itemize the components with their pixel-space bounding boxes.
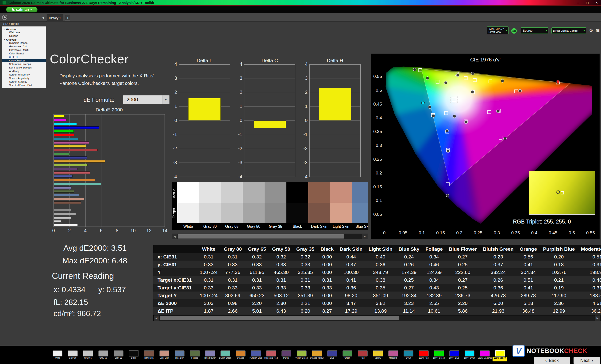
patch-button-blue-sky[interactable]: Blue Sky [172, 350, 187, 361]
patch-button-100-cyan[interactable]: 100% Cyan [462, 350, 477, 361]
patch-button-yellow-green[interactable]: Yellow Green [294, 350, 309, 361]
tab-history-1[interactable]: History 1 [47, 14, 63, 22]
sidebar-item-color-gamut[interactable]: Color Gamut [2, 52, 46, 55]
patch-button-moderate-red[interactable]: Moderate Red [263, 350, 279, 361]
sidebar-collapse-button[interactable]: ◀ [40, 15, 45, 20]
gridline [244, 78, 295, 79]
axis-tick-label: -3 [238, 160, 242, 165]
sidebar-item-colorchecker[interactable]: ColorChecker [2, 59, 46, 62]
sidebar-item-3d-lut[interactable]: 3D LUT [2, 55, 46, 59]
sidebar-item-grayscale-2pt[interactable]: Grayscale - 2pt [2, 45, 46, 48]
table-row: y: CIE310.330.330.330.330.330.000.370.36… [153, 260, 601, 268]
patch-button-yellow[interactable]: Yellow [370, 350, 385, 361]
sidebar-item-additivity[interactable]: Additivity [2, 69, 46, 73]
table-scrollbar[interactable]: ◀ ▶ [153, 315, 601, 321]
patch-button-gray-80[interactable]: Gray 80 [65, 350, 80, 361]
patch-button-purplish-blue[interactable]: Purplish Blue [248, 350, 263, 361]
scroll-right-icon[interactable]: ▶ [595, 316, 600, 321]
sidebar-item-grayscale-multi[interactable]: Grayscale - Multi [2, 48, 46, 52]
patch-button-black[interactable]: Black [126, 350, 141, 361]
monitor-icon[interactable]: ▣ [595, 28, 601, 33]
max-de2000: Max dE2000: 6.48 [62, 256, 127, 265]
sidebar-group-welcome[interactable]: ▾Welcome [2, 27, 46, 31]
table-cell: 0.33 [293, 284, 317, 292]
add-tab-button[interactable]: + [65, 15, 70, 21]
patch-button-gray-65[interactable]: Gray 65 [80, 350, 96, 361]
maximize-button[interactable]: □ [586, 1, 589, 5]
table-cell: 0.31 [578, 284, 601, 292]
delta_l-bar [188, 98, 221, 121]
table-scroll-thumb[interactable] [160, 316, 399, 320]
de-formula-select[interactable]: 2000 ▾ [123, 95, 170, 104]
sidebar-item-saturation-sweeps[interactable]: Saturation Sweeps [2, 62, 46, 66]
plot-dl-yticks: 43210-1-2-3-4 [169, 64, 177, 177]
strip-scroll-thumb[interactable] [178, 234, 344, 239]
scroll-right-icon[interactable]: ▶ [362, 234, 368, 239]
sidebar-item-welcome[interactable]: Welcome [2, 31, 46, 34]
title-bar[interactable]: Calman 2025 Calman Ultimate for Business… [0, 0, 601, 5]
display-control-dropdown[interactable]: Direct Display Control ▾ [551, 28, 586, 34]
patch-button-magenta[interactable]: Magenta [385, 350, 401, 361]
patch-button-bluish-green[interactable]: Bluish Green [218, 350, 233, 361]
cie-measured-marker [556, 80, 560, 83]
table-cell: 0.33 [293, 260, 317, 268]
sidebar-item-options[interactable]: Options [2, 34, 46, 38]
strip-swatch-blue-sky[interactable]: Blue Sky [352, 182, 368, 230]
patch-button-100-green[interactable]: 100% Green [431, 350, 447, 361]
strip-swatch-black[interactable]: Black [286, 182, 308, 230]
patch-button-100-red[interactable]: 100% Red [416, 350, 431, 361]
source-dropdown[interactable]: Source ▾ [521, 28, 548, 34]
scroll-left-icon[interactable]: ◀ [172, 234, 178, 239]
strip-swatch-gray-80[interactable]: Gray 80 [199, 182, 221, 230]
table-header-cell: Blue Sky [396, 245, 422, 253]
sidebar-item-luminance-sweeps[interactable]: Luminance Sweeps [2, 66, 46, 69]
sidebar-item-dynamic-range[interactable]: Dynamic Range [2, 41, 46, 45]
table-cell: 0.32 [269, 253, 293, 260]
patch-button-light-skin[interactable]: Light Skin [157, 350, 172, 361]
strip-swatch-dark-skin[interactable]: Dark Skin [308, 182, 330, 230]
patch-button-white[interactable]: White [50, 350, 65, 361]
patch-button-100-blue[interactable]: 100% Blue [447, 350, 462, 361]
patch-button-orange-yellow[interactable]: Orange Yellow [309, 350, 324, 361]
sidebar-group-analysis[interactable]: ▾Analysis [2, 38, 46, 41]
patch-button-orange[interactable]: Orange [233, 350, 248, 361]
table-cell: 802.69 [221, 292, 245, 299]
patch-button-gray-50[interactable]: Gray 50 [96, 350, 111, 361]
table-cell: 0.41 [517, 260, 540, 268]
strip-swatch-light-skin[interactable]: Light Skin [330, 182, 352, 230]
patch-button-red[interactable]: Red [355, 350, 370, 361]
gridline [179, 177, 230, 177]
patch-button-gray-35[interactable]: Gray 35 [111, 350, 126, 361]
table-cell: 0.31 [221, 276, 245, 284]
patch-button-100-yellow[interactable]: 100% Yellow [492, 350, 508, 361]
minimize-button[interactable]: – [577, 1, 579, 5]
cie-measured-marker [428, 105, 431, 109]
strip-swatch-gray-65[interactable]: Gray 65 [221, 182, 243, 230]
patch-button-dark-skin[interactable]: Dark Skin [141, 350, 157, 361]
gear-icon[interactable]: ⚙ [588, 27, 594, 34]
panel-menu-icon[interactable] [2, 15, 7, 20]
sidebar-item-screen-uniformity[interactable]: Screen Uniformity [2, 73, 46, 77]
patch-button-purple[interactable]: Purple [279, 350, 294, 361]
next-button[interactable]: Next › [573, 357, 600, 364]
sidebar-item-spectral-power-dist[interactable]: Spectral Power Dist. [2, 84, 46, 87]
back-button-label: Back [549, 358, 559, 363]
strip-swatch-gray-50[interactable]: Gray 50 [243, 182, 265, 230]
strip-scrollbar[interactable]: ◀ ▶ [172, 234, 368, 239]
scroll-left-icon[interactable]: ◀ [153, 316, 159, 321]
patch-button-green[interactable]: Green [340, 350, 355, 361]
patch-button-100-magenta[interactable]: 100% Magenta [477, 350, 492, 361]
back-button[interactable]: ‹ Back [534, 357, 570, 364]
patch-button-foliage[interactable]: Foliage [187, 350, 202, 361]
patch-button-cyan[interactable]: Cyan [401, 350, 416, 361]
sidebar-item-screen-stability[interactable]: Screen Stability [2, 80, 46, 84]
calman-menu-button[interactable]: calman ▾ [6, 7, 38, 12]
patch-button-blue[interactable]: Blue [324, 350, 340, 361]
close-button[interactable]: × [596, 1, 598, 5]
meter-dropdown[interactable]: X-Rite i1Pro 2 Direct View ▾ [487, 27, 509, 34]
strip-swatch-gray-35[interactable]: Gray 35 [265, 182, 286, 230]
strip-swatch-white[interactable]: White [177, 182, 199, 230]
sidebar-item-screen-angularity[interactable]: Screen Angularity [2, 77, 46, 80]
patch-button-blue-flower[interactable]: Blue Flower [202, 350, 218, 361]
bar-row [54, 133, 165, 137]
